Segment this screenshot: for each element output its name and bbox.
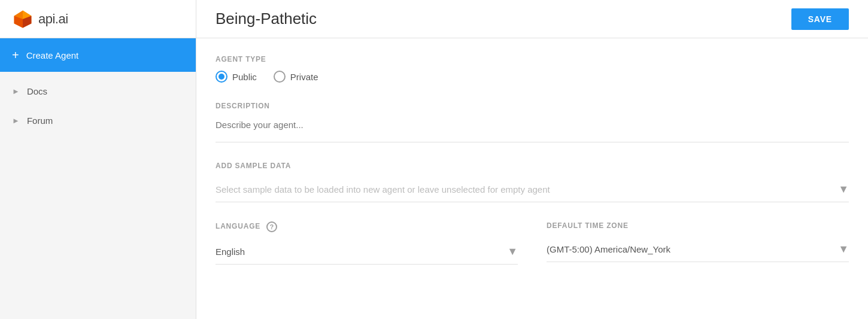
sidebar-item-docs[interactable]: ► Docs xyxy=(0,77,196,106)
chevron-right-icon: ► xyxy=(12,116,20,125)
main-content: Being-Pathetic SAVE AGENT TYPE Public Pr… xyxy=(196,0,868,319)
sidebar-item-forum-label: Forum xyxy=(27,116,53,126)
sidebar-item-docs-label: Docs xyxy=(27,86,47,96)
sidebar-nav: ► Docs ► Forum xyxy=(0,72,196,140)
sample-data-label: ADD SAMPLE DATA xyxy=(216,162,849,170)
agent-type-section: AGENT TYPE Public Private xyxy=(216,55,849,83)
description-label: DESCRIPTION xyxy=(216,102,849,110)
language-help-icon[interactable]: ? xyxy=(266,221,277,232)
form-section: AGENT TYPE Public Private DESCRIPTION AD… xyxy=(196,38,868,281)
description-section: DESCRIPTION xyxy=(216,102,849,142)
description-input[interactable] xyxy=(216,117,849,132)
radio-public-label: Public xyxy=(232,72,257,82)
sample-data-placeholder: Select sample data to be loaded into new… xyxy=(216,184,550,195)
create-agent-label: Create Agent xyxy=(26,50,79,60)
language-select[interactable]: English ▼ xyxy=(216,239,518,265)
sidebar: api.ai + Create Agent ► Docs ► Forum xyxy=(0,0,196,319)
chevron-down-icon: ▼ xyxy=(507,245,518,258)
language-timezone-row: LANGUAGE ? English ▼ DEFAULT TIME ZONE (… xyxy=(216,221,849,265)
radio-private-label: Private xyxy=(290,72,318,82)
api-ai-logo-icon xyxy=(12,8,34,30)
logo-text: api.ai xyxy=(38,11,68,27)
agent-title: Being-Pathetic xyxy=(216,10,317,28)
timezone-col: DEFAULT TIME ZONE (GMT-5:00) America/New… xyxy=(547,221,849,262)
sample-data-dropdown[interactable]: Select sample data to be loaded into new… xyxy=(216,177,849,202)
language-col: LANGUAGE ? English ▼ xyxy=(216,221,518,265)
sample-data-section: ADD SAMPLE DATA Select sample data to be… xyxy=(216,162,849,202)
agent-type-row: Public Private xyxy=(216,71,849,83)
radio-private-option[interactable]: Private xyxy=(274,71,318,83)
chevron-down-icon: ▼ xyxy=(838,243,849,256)
plus-icon: + xyxy=(12,48,19,62)
chevron-down-icon: ▼ xyxy=(838,183,849,196)
timezone-value: (GMT-5:00) America/New_York xyxy=(547,244,670,254)
language-value: English xyxy=(216,247,245,257)
save-button[interactable]: SAVE xyxy=(791,8,849,30)
create-agent-button[interactable]: + Create Agent xyxy=(0,38,196,72)
radio-public-option[interactable]: Public xyxy=(216,71,257,83)
radio-private-circle xyxy=(274,71,286,83)
logo-area: api.ai xyxy=(0,0,196,38)
sidebar-item-forum[interactable]: ► Forum xyxy=(0,106,196,135)
timezone-select[interactable]: (GMT-5:00) America/New_York ▼ xyxy=(547,237,849,262)
timezone-label: DEFAULT TIME ZONE xyxy=(547,221,849,230)
language-label: LANGUAGE ? xyxy=(216,221,518,232)
chevron-right-icon: ► xyxy=(12,87,20,96)
agent-type-label: AGENT TYPE xyxy=(216,55,849,63)
top-bar: Being-Pathetic SAVE xyxy=(196,0,868,38)
radio-public-circle xyxy=(216,71,227,83)
